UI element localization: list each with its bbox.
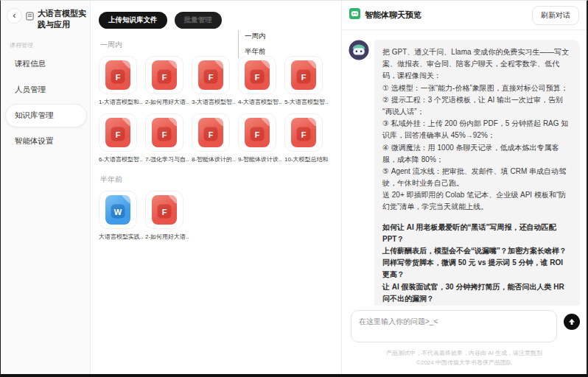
group-label-recent: 一周内: [100, 40, 334, 50]
pdf-file-icon: F: [105, 60, 130, 90]
file-card[interactable]: F: [192, 56, 230, 94]
chat-header: 智能体聊天预览 刷新对话: [342, 1, 587, 30]
chat-footer: 产品测试中，不代表最终效果，内容由 AI 生成，请注意甄别 ©2024 中国传媒…: [342, 342, 587, 374]
file-name: 9-智能体设计设...: [238, 155, 282, 163]
file-name: 5-大语言模型智...: [284, 98, 329, 106]
app-window: ‹ 大语言模型实践与应用 课程管理 课程信息 人员管理 知识库管理 智能体设置 …: [0, 0, 588, 377]
refresh-chat-button[interactable]: 刷新对话: [532, 6, 579, 25]
file-item: F 6-大语言模型智...: [99, 113, 137, 163]
chat-input-row: [342, 306, 587, 342]
file-name: 大语言模型实践...: [99, 233, 143, 241]
file-name: 1-大语言模型和...: [99, 98, 143, 106]
word-file-icon: W: [105, 195, 130, 225]
copyright-text: ©2024 中国传媒大学书卷侠产品团队: [342, 359, 587, 367]
knowledge-base-panel: 上传知识库文件 批量管理 一周内 F 1-大语言模型和... F 2-如何用好大…: [91, 1, 342, 374]
upload-knowledge-file-button[interactable]: 上传知识库文件: [99, 12, 167, 29]
sidebar-header: ‹ 大语言模型实践与应用: [5, 8, 87, 31]
file-item: F 2-如何用好大语...: [145, 191, 183, 241]
file-name: 8-智能体设计的...: [192, 155, 236, 163]
pdf-file-icon: F: [152, 60, 177, 90]
chat-messages: 把 GPT、通义千问、Llama 变成你的免费实习生——写文案、做报表、审合同、…: [342, 30, 587, 306]
time-index-navigator: 一周内 半年前: [238, 30, 266, 58]
file-name: 3-大语言模型智...: [192, 98, 236, 106]
robot-avatar-icon: [349, 40, 369, 60]
file-item: F 10-大模型总结和...: [284, 113, 323, 163]
file-grid-recent: F 1-大语言模型和... F 2-如何用好大语... F 3-大语言模型智..…: [99, 56, 334, 163]
pdf-file-icon: F: [291, 118, 316, 147]
file-card[interactable]: F: [238, 56, 276, 94]
group-label-older: 半年前: [100, 175, 334, 185]
file-name: 2-如何用好大语...: [145, 233, 189, 241]
file-name: 7-强化学习与自...: [145, 155, 189, 163]
file-card[interactable]: F: [99, 56, 137, 94]
chat-panel-title: 智能体聊天预览: [365, 10, 421, 21]
file-item: F 1-大语言模型和...: [99, 56, 137, 106]
assistant-message-text: 把 GPT、通义千问、Llama 变成你的免费实习生——写文案、做报表、审合同、…: [382, 46, 572, 214]
course-title: 大语言模型实践与应用: [38, 8, 87, 31]
file-card[interactable]: F: [284, 113, 323, 152]
file-item: F 4-大语言模型智...: [238, 56, 276, 106]
pdf-file-icon: F: [105, 118, 130, 147]
sidebar-item-course-info[interactable]: 课程信息: [5, 52, 87, 76]
file-item: F 7-强化学习与自...: [145, 113, 183, 163]
pdf-file-icon: F: [152, 118, 177, 147]
file-item: F 3-大语言模型智...: [192, 56, 230, 106]
send-button[interactable]: [564, 314, 580, 330]
file-card[interactable]: W: [99, 191, 137, 229]
pdf-file-icon: F: [291, 60, 316, 90]
file-card[interactable]: F: [238, 113, 276, 152]
file-name: 4-大语言模型智...: [238, 98, 282, 106]
back-chevron-icon: ‹: [13, 10, 15, 20]
file-item: F 5-大语言模型智...: [284, 56, 323, 106]
file-card[interactable]: F: [145, 56, 183, 94]
chat-input[interactable]: [351, 310, 557, 342]
file-card[interactable]: F: [192, 113, 230, 152]
file-card[interactable]: F: [145, 191, 183, 229]
sidebar: ‹ 大语言模型实践与应用 课程管理 课程信息 人员管理 知识库管理 智能体设置: [1, 1, 91, 374]
sidebar-section-label: 课程管理: [10, 41, 87, 49]
pdf-file-icon: F: [245, 118, 270, 147]
file-item: F 9-智能体设计设...: [238, 113, 276, 163]
assistant-message-questions: 如何让 AI 用老板最爱听的“黑话”写周报，还自动匹配 PPT？ 上传薪酬表后，…: [382, 222, 572, 305]
time-index-recent[interactable]: 一周内: [245, 32, 266, 41]
course-doc-icon: [26, 10, 34, 24]
agent-chat-icon: [349, 8, 360, 22]
file-card[interactable]: F: [284, 56, 323, 94]
pdf-file-icon: F: [152, 195, 177, 225]
file-item: F 2-如何用好大语...: [145, 56, 183, 106]
pdf-file-icon: F: [245, 60, 270, 90]
agent-chat-preview-panel: 智能体聊天预览 刷新对话 把 GPT、通义千问、Llama 变成你的免费实习生—…: [342, 1, 587, 374]
file-item: W 大语言模型实践...: [99, 191, 137, 241]
toolbar: 上传知识库文件 批量管理: [99, 12, 334, 29]
file-name: 2-如何用好大语...: [145, 98, 189, 106]
sidebar-item-knowledge-base[interactable]: 知识库管理: [5, 104, 87, 127]
file-name: 10-大模型总结和...: [284, 155, 329, 163]
sidebar-item-members[interactable]: 人员管理: [5, 78, 87, 102]
send-arrow-icon: [568, 317, 575, 328]
pdf-file-icon: F: [198, 118, 223, 147]
assistant-message-bubble: 把 GPT、通义千问、Llama 变成你的免费实习生——写文案、做报表、审合同、…: [374, 40, 580, 306]
time-index-older[interactable]: 半年前: [245, 47, 266, 57]
file-card[interactable]: F: [99, 113, 137, 152]
file-grid-older: W 大语言模型实践... F 2-如何用好大语...: [99, 191, 334, 241]
disclaimer-text: 产品测试中，不代表最终效果，内容由 AI 生成，请注意甄别: [342, 349, 587, 358]
batch-manage-button[interactable]: 批量管理: [175, 12, 222, 29]
sidebar-item-agent-settings[interactable]: 智能体设置: [5, 130, 87, 153]
pdf-file-icon: F: [198, 60, 223, 90]
file-card[interactable]: F: [145, 113, 183, 152]
file-name: 6-大语言模型智...: [99, 155, 143, 163]
back-button[interactable]: ‹: [7, 8, 22, 24]
file-item: F 8-智能体设计的...: [192, 113, 230, 163]
